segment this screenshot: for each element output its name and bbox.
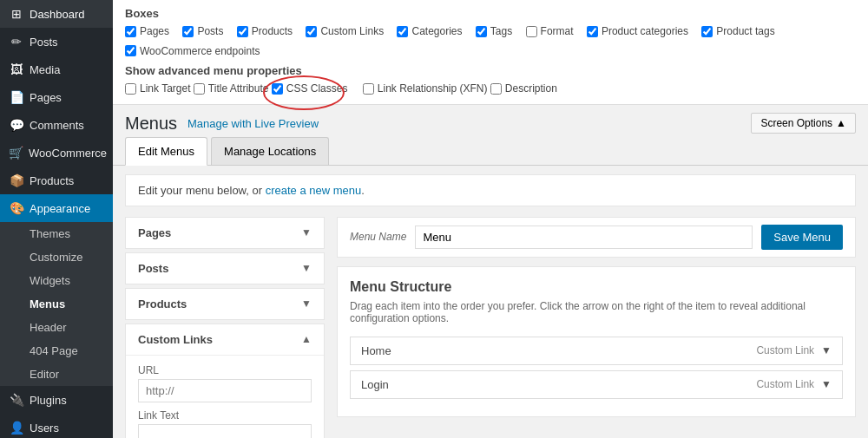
- checkbox-description[interactable]: Description: [490, 82, 557, 95]
- accordion-custom-links-header[interactable]: Custom Links ▲: [126, 324, 324, 355]
- sidebar-sub-item-404page[interactable]: 404 Page: [0, 339, 113, 363]
- accordion-pages-arrow-icon: ▼: [301, 226, 312, 239]
- left-panel: Pages ▼ Posts ▼ Products ▼: [125, 217, 325, 439]
- sidebar-item-label: Dashboard: [30, 8, 85, 21]
- checkbox-css-classes[interactable]: CSS Classes: [272, 82, 348, 95]
- accordion-pages-header[interactable]: Pages ▼: [126, 218, 324, 248]
- checkbox-link-target[interactable]: Link Target: [125, 82, 190, 95]
- checkbox-title-attribute[interactable]: Title Attribute: [194, 82, 269, 95]
- tab-edit-menus[interactable]: Edit Menus: [125, 137, 207, 166]
- accordion-posts-label: Posts: [138, 262, 168, 275]
- accordion-posts: Posts ▼: [125, 252, 325, 284]
- advanced-section: Link Target Title Attribute CSS Classes …: [125, 82, 856, 97]
- advanced-title: Show advanced menu properties: [125, 64, 856, 77]
- accordion-custom-links-label: Custom Links: [138, 333, 213, 346]
- sidebar-item-media[interactable]: 🖼 Media: [0, 56, 113, 83]
- woocommerce-row: WooCommerce endpoints: [125, 45, 856, 60]
- menu-name-input[interactable]: [415, 226, 753, 249]
- accordion-products: Products ▼: [125, 288, 325, 320]
- users-icon: 👤: [9, 421, 24, 435]
- menu-item-login-type: Custom Link: [756, 378, 814, 390]
- sidebar-item-comments[interactable]: 💬 Comments: [0, 111, 113, 139]
- right-panel: Menu Name Save Menu Menu Structure Drag …: [337, 217, 856, 439]
- checkbox-product-categories[interactable]: Product categories: [587, 25, 688, 37]
- sidebar-item-users[interactable]: 👤 Users: [0, 414, 113, 438]
- sidebar-item-dashboard[interactable]: ⊞ Dashboard: [0, 0, 113, 28]
- sidebar-item-label: WooCommerce: [29, 147, 107, 160]
- url-input[interactable]: [138, 379, 312, 402]
- boxes-title: Boxes: [125, 7, 856, 20]
- sidebar-sub-item-widgets[interactable]: Widgets: [0, 269, 113, 292]
- checkbox-posts[interactable]: Posts: [182, 25, 223, 37]
- sidebar-item-plugins[interactable]: 🔌 Plugins: [0, 386, 113, 414]
- accordion-posts-header[interactable]: Posts ▼: [126, 253, 324, 284]
- checkbox-woocommerce-endpoints[interactable]: WooCommerce endpoints: [125, 45, 260, 57]
- save-menu-button[interactable]: Save Menu: [761, 225, 843, 250]
- accordion-products-header[interactable]: Products ▼: [126, 289, 324, 319]
- boxes-section: Pages Posts Products Custom Links Catego…: [125, 25, 856, 40]
- screen-options-label: Screen Options: [760, 117, 832, 129]
- sidebar-item-label: Posts: [30, 36, 58, 49]
- sidebar-sub-item-themes[interactable]: Themes: [0, 222, 113, 245]
- sidebar-item-products[interactable]: 📦 Products: [0, 167, 113, 194]
- sidebar-item-label: Comments: [30, 119, 84, 132]
- accordion-custom-links: Custom Links ▲ URL Link Text: [125, 324, 325, 439]
- menu-item-home: Home Custom Link ▼: [350, 337, 843, 365]
- menu-name-row: Menu Name Save Menu: [337, 217, 856, 258]
- menu-name-label: Menu Name: [350, 231, 406, 243]
- sidebar-item-label: Products: [30, 174, 74, 187]
- comments-icon: 💬: [9, 118, 24, 132]
- tab-manage-locations[interactable]: Manage Locations: [211, 137, 329, 165]
- link-text-input[interactable]: [138, 424, 312, 439]
- sidebar-sub-item-editor[interactable]: Editor: [0, 363, 113, 386]
- media-icon: 🖼: [9, 62, 24, 76]
- appearance-submenu: Themes Customize Widgets Menus Header 40…: [0, 222, 113, 386]
- sidebar-item-pages[interactable]: 📄 Pages: [0, 83, 113, 111]
- sidebar-sub-item-menus[interactable]: Menus: [0, 292, 113, 316]
- woocommerce-icon: 🛒: [9, 146, 23, 160]
- checkbox-link-relationship[interactable]: Link Relationship (XFN): [363, 82, 488, 95]
- create-new-menu-link[interactable]: create a new menu: [266, 184, 362, 197]
- products-icon: 📦: [9, 173, 24, 187]
- manage-live-preview-link[interactable]: Manage with Live Preview: [187, 117, 319, 130]
- checkbox-custom-links[interactable]: Custom Links: [306, 25, 384, 37]
- accordion-products-arrow-icon: ▼: [301, 297, 312, 310]
- checkbox-pages[interactable]: Pages: [125, 25, 169, 37]
- sidebar-item-label: Plugins: [30, 394, 67, 407]
- sidebar-sub-item-customize[interactable]: Customize: [0, 245, 113, 269]
- accordion-products-label: Products: [138, 297, 187, 311]
- info-text: Edit your menu below, or: [138, 184, 266, 197]
- screen-options-button[interactable]: Screen Options ▲: [751, 113, 856, 134]
- menu-item-home-type: Custom Link: [756, 344, 814, 356]
- checkbox-format[interactable]: Format: [526, 25, 574, 37]
- menu-item-login: Login Custom Link ▼: [350, 370, 843, 399]
- link-text-field-row: Link Text: [138, 409, 312, 439]
- checkbox-categories[interactable]: Categories: [397, 25, 462, 37]
- sidebar-item-label: Appearance: [30, 202, 90, 215]
- accordion-posts-arrow-icon: ▼: [301, 262, 312, 274]
- sidebar-item-appearance[interactable]: 🎨 Appearance: [0, 194, 113, 222]
- menu-item-home-arrow-icon[interactable]: ▼: [821, 344, 832, 356]
- appearance-icon: 🎨: [9, 201, 24, 215]
- menu-item-login-right: Custom Link ▼: [756, 378, 832, 390]
- checkbox-product-tags[interactable]: Product tags: [701, 25, 774, 37]
- url-field-row: URL: [138, 364, 312, 402]
- sidebar-item-posts[interactable]: ✏ Posts: [0, 28, 113, 56]
- checkbox-tags[interactable]: Tags: [476, 25, 512, 37]
- screen-options-panel: Boxes Pages Posts Products Custom Links …: [113, 0, 868, 105]
- pages-icon: 📄: [9, 90, 24, 104]
- accordion-custom-links-body: URL Link Text: [126, 355, 324, 439]
- screen-options-arrow-icon: ▲: [836, 117, 846, 129]
- checkbox-products[interactable]: Products: [237, 25, 293, 37]
- dashboard-icon: ⊞: [9, 7, 24, 21]
- sidebar-item-woocommerce[interactable]: 🛒 WooCommerce: [0, 139, 113, 167]
- sidebar-sub-item-header[interactable]: Header: [0, 316, 113, 339]
- info-row: Edit your menu below, or create a new me…: [125, 174, 856, 206]
- menu-item-login-label: Login: [361, 378, 389, 391]
- url-label: URL: [138, 364, 312, 376]
- accordion-pages-label: Pages: [138, 226, 171, 239]
- link-text-label: Link Text: [138, 409, 312, 422]
- menu-structure-title: Menu Structure: [350, 279, 843, 295]
- tabs-bar: Edit Menus Manage Locations: [113, 137, 868, 166]
- menu-item-login-arrow-icon[interactable]: ▼: [821, 378, 832, 390]
